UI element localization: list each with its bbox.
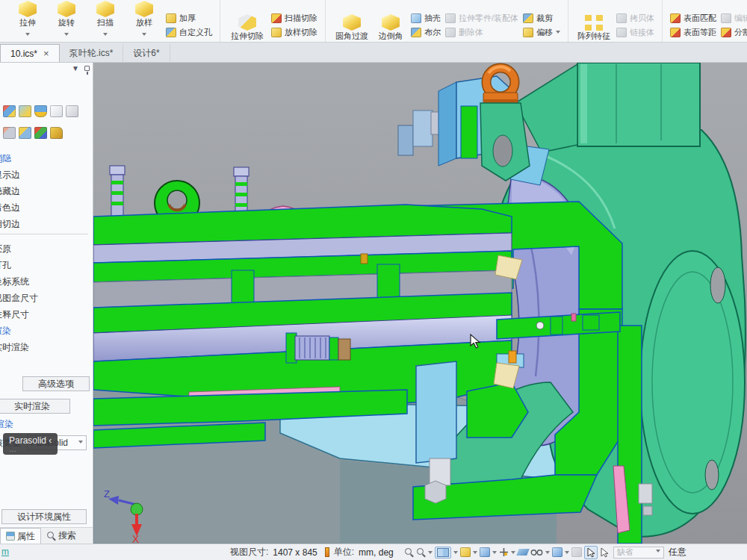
advanced-options-button[interactable]: 高级选项 [22,376,90,391]
extrude-button[interactable]: 拉伸 [8,1,47,42]
display-mode-icon[interactable] [480,547,490,557]
unit-value: mm, deg [359,547,394,558]
sweep-cut-icon [271,13,282,23]
sweep-button[interactable]: 扫描 [86,1,125,42]
trim-button[interactable]: 裁剪 [523,12,560,25]
surface-match-button[interactable]: 表面匹配 [670,12,716,25]
ribbon-group-pattern: 阵列特征 拷贝体 链接体 [568,0,663,42]
status-bar: m 视图尺寸: 1407 x 845 单位: mm, deg [0,544,747,560]
list-item[interactable]: 隐藏边 [0,183,93,199]
zoom-icon[interactable] [404,547,414,557]
axis-triad-icon[interactable] [34,127,47,139]
render-link[interactable]: 渲染 [0,418,13,431]
custom-hole-button[interactable]: 自定义孔 [166,26,212,39]
tab-document-3[interactable]: 设计6* [123,44,170,62]
properties-icon [6,532,15,541]
select-tool-button[interactable] [584,546,598,559]
angle-any-label[interactable]: 任意 [669,546,686,559]
close-icon[interactable]: × [43,50,49,57]
sweep-cut-button[interactable]: 扫描切除 [271,12,317,25]
snap-default-select[interactable]: 缺省 [613,547,664,559]
thicken-button[interactable]: 加厚 [166,12,212,25]
status-link[interactable]: m [1,547,9,557]
refresh-view-icon[interactable] [19,105,31,117]
zoom-window-icon[interactable] [416,547,426,557]
loft-icon [134,1,154,17]
chevron-down-icon[interactable] [473,551,477,556]
list-item[interactable]: 着色边 [0,199,93,216]
chevron-down-icon[interactable] [545,551,550,556]
list-item[interactable]: 相切边 [0,216,93,232]
cursor-icon[interactable] [600,547,609,558]
discharge-pipe[interactable] [577,63,700,146]
shield-medal-icon[interactable] [34,105,47,117]
edit-surface-radius-button[interactable]: 编辑表面半径 [721,12,747,25]
empty-box-icon[interactable] [66,105,78,117]
tab-search[interactable]: 搜索 [41,528,81,544]
chevron-down-icon [556,31,560,36]
extrude-cut-icon [238,14,257,31]
pattern-feature-icon [585,15,603,31]
chevron-down-icon[interactable] [511,551,515,556]
chevron-down-icon [656,550,660,555]
stretch-part-icon [445,13,456,23]
x-axis-label: X [132,533,140,544]
fillet-button[interactable]: 圆角过渡 [331,14,373,42]
loft-button[interactable]: 放样 [125,1,164,42]
list-item[interactable]: 坐标系统 [0,273,93,290]
display-mode-list: 消隐 显示边 隐藏边 着色边 相切边 [0,150,93,232]
view-size-label: 视图尺寸: [230,546,268,559]
stretch-part-button[interactable]: 拉伸零件/装配体 [445,12,518,25]
shading-mode-icon[interactable] [552,547,562,557]
copy-body-button[interactable]: 拷贝体 [616,12,654,25]
extrude-cut-button[interactable]: 拉伸切除 [226,14,269,42]
panel-bottom-tabs: 属性 搜索 [0,527,93,544]
tool-boot-icon[interactable] [50,127,63,139]
chevron-down-icon[interactable] [453,551,458,556]
loft-cut-button[interactable]: 放样切除 [271,26,317,39]
gear-part-icon[interactable] [19,127,31,139]
chevron-down-icon[interactable] [565,551,569,556]
list-item[interactable]: 实时渲染 [0,339,93,355]
edit-note-icon[interactable] [50,105,63,117]
list-item[interactable]: 显示边 [0,167,93,183]
render-settings-icon[interactable] [3,105,16,117]
render-mode-icon[interactable] [460,547,471,557]
list-item[interactable]: 注释尺寸 [0,306,93,323]
view-orientation-button[interactable] [435,547,451,559]
surface-offset-button[interactable]: 表面等距 [670,26,716,39]
chevron-down-icon[interactable]: ▼ [72,64,79,72]
3d-viewport[interactable]: Z X [93,63,747,544]
pattern-feature-button[interactable]: 阵列特征 [574,15,614,42]
suction-flange[interactable] [640,251,745,514]
pin-icon[interactable] [84,66,90,71]
calculator-icon[interactable] [3,127,16,139]
list-item[interactable]: 渲染 [0,323,93,339]
offset-button[interactable]: 偏移 [523,26,560,39]
realtime-render-button[interactable]: 实时渲染 [0,399,70,414]
pan-icon[interactable] [499,547,509,557]
list-item[interactable]: 还原 [0,240,93,257]
select-cursor-icon [586,547,595,558]
tab-properties[interactable]: 属性 [0,528,41,544]
trim-icon [523,13,533,23]
list-item[interactable]: 消隐 [0,150,93,167]
chamfer-button[interactable]: 边倒角 [373,14,409,42]
design-env-properties-button[interactable]: 设计环境属性 [1,509,87,524]
list-item[interactable]: 视图盒尺寸 [0,290,93,306]
shell-button[interactable]: 抽壳 [411,12,441,25]
chevron-down-icon[interactable] [428,551,433,556]
ribbon-toolbar: 拉伸 旋转 扫描 放样 加厚 [0,0,747,43]
boolean-button[interactable]: 布尔 [411,26,441,39]
split-solid-surface-button[interactable]: 分割实体表面 [721,26,747,39]
tab-document-1[interactable]: 10.ics* × [0,44,60,62]
link-body-button[interactable]: 链接体 [616,26,654,39]
revolve-button[interactable]: 旋转 [47,1,86,42]
delete-body-button[interactable]: 删除体 [445,26,518,39]
tab-label: 10.ics* [10,49,37,59]
list-item[interactable]: 打孔 [0,257,93,273]
chevron-down-icon[interactable] [492,551,497,556]
perspective-glasses-icon[interactable] [530,548,543,556]
plane-icon[interactable] [516,549,530,556]
tab-document-2[interactable]: 泵叶轮.ics* [60,44,124,62]
